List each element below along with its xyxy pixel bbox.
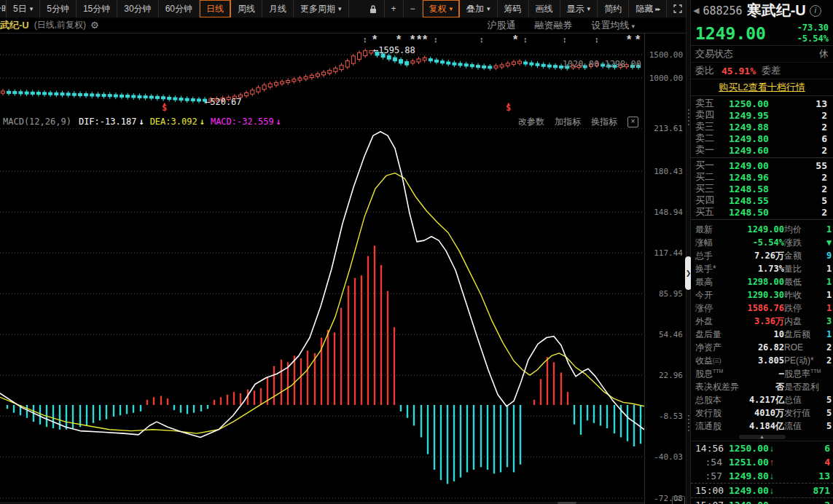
ask-row[interactable]: 卖五1250.0013 bbox=[691, 98, 833, 109]
stats-scroll-handle[interactable]: ▲ bbox=[739, 435, 786, 439]
toolbar-button-left-5[interactable]: 60分钟 bbox=[159, 0, 200, 17]
price-range-label: 1020.00-1298.00 bbox=[563, 59, 641, 69]
price-annotation: ←1595.88 bbox=[373, 45, 415, 55]
ask-row[interactable]: 卖四1249.952 bbox=[691, 109, 833, 121]
tick-volume: 4 bbox=[824, 457, 830, 468]
trade-status-value: 休 bbox=[819, 47, 829, 60]
stat-value: 3.805 bbox=[740, 355, 784, 366]
toolbar-button-right-4[interactable]: 叠加▾ bbox=[460, 0, 498, 17]
toolbar-button-right-3[interactable]: 复权▾ bbox=[423, 0, 461, 17]
gear-icon[interactable]: ⚙ bbox=[90, 20, 99, 31]
link-hugutong[interactable]: 沪股通 bbox=[487, 19, 515, 32]
quote-header: ◀ 688256 寒武纪-U i bbox=[691, 0, 833, 21]
toolbar-button-right-8[interactable]: 简约 bbox=[598, 0, 629, 17]
info-icon[interactable]: i bbox=[810, 5, 821, 17]
stat-value: 1240. bbox=[826, 277, 832, 287]
toolbar-button-left-1[interactable]: 5日▾ bbox=[7, 0, 40, 17]
stat-value: 7.26万 bbox=[740, 250, 784, 262]
add-indicator-link[interactable]: 加指标 bbox=[555, 116, 581, 128]
panel-splitter[interactable]: ❯ bbox=[686, 0, 691, 504]
link-margin-trading[interactable]: 融资融券 bbox=[534, 19, 572, 32]
order-book: 卖五1250.0013卖四1249.952卖三1249.882卖二1249.80… bbox=[691, 96, 833, 220]
ask-row[interactable]: 卖二1249.806 bbox=[691, 133, 833, 144]
macd-chart[interactable] bbox=[0, 128, 644, 504]
stat-value: 25.2 bbox=[826, 342, 832, 353]
toolbar-button-left-3[interactable]: 15分钟 bbox=[77, 0, 117, 17]
macd-dif-value: DIF:-13.187↓ bbox=[79, 117, 144, 127]
bid-row[interactable]: 买四1248.555 bbox=[691, 194, 833, 206]
event-arrows-marker: ↕ bbox=[480, 35, 484, 44]
switch-indicator-link[interactable]: 换指标 bbox=[591, 116, 617, 128]
toolbar-button-right-6[interactable]: 画线 bbox=[529, 0, 560, 17]
stat-label: 总股本 bbox=[695, 394, 740, 406]
toolbar-button-right-5[interactable]: 筹码 bbox=[498, 0, 529, 17]
stat-label: 跌停 bbox=[784, 302, 826, 315]
back-arrow-icon[interactable]: ◀ bbox=[693, 6, 699, 15]
bid-price: 1248.55 bbox=[729, 195, 769, 206]
tick-row[interactable]: 15:071249.002 bbox=[691, 498, 833, 504]
macd-axis-label: 213.61 bbox=[654, 124, 683, 133]
tick-time: 14:56 bbox=[695, 443, 722, 454]
tick-time: 15:00 bbox=[695, 485, 722, 496]
price-axis-column: 1500.001000.00213.61180.43148.94117.4485… bbox=[644, 33, 687, 504]
down-arrow-icon: ↓ bbox=[770, 486, 774, 496]
toolbar-button-right-7[interactable]: 显示▾ bbox=[560, 0, 598, 17]
macd-axis-label: 180.43 bbox=[654, 167, 683, 176]
toolbar-button-left-9[interactable]: 更多周期▾ bbox=[294, 0, 349, 17]
macd-axis-label: 117.44 bbox=[654, 248, 683, 258]
toolbar-button-left-7[interactable]: 周线 bbox=[231, 0, 262, 17]
splitter-grip bbox=[688, 415, 689, 431]
bid-price: 1248.50 bbox=[729, 207, 769, 218]
toolbar-button-left-4[interactable]: 30分钟 bbox=[117, 0, 158, 17]
weicha-label: 委差 bbox=[762, 64, 781, 77]
tick-row[interactable]: :541251.00↑4 bbox=[691, 455, 833, 469]
link-ma-settings[interactable]: 设置均线▾ bbox=[591, 19, 635, 32]
mini-candlestick-chart[interactable]: ↕*****↕↕*↕↕↕**←1595.88←520.67▲$▲$1020.00… bbox=[0, 33, 644, 115]
bid-row[interactable]: 买五1248.502 bbox=[691, 206, 833, 218]
ask-row[interactable]: 卖一1249.602 bbox=[691, 144, 833, 156]
l2-row: 购买L2查看十档行情 bbox=[691, 79, 833, 95]
toolbar-button-left-8[interactable]: 月线 bbox=[262, 0, 294, 17]
bid-price: 1248.58 bbox=[729, 184, 769, 194]
toolbar-button-left-6[interactable]: 日线 bbox=[200, 0, 231, 17]
toolbar-button-right-9[interactable]: 隐藏▸▸ bbox=[629, 0, 667, 17]
macd-header: MACD(12,26,9) DIF:-13.187↓ DEA:3.092↓ MA… bbox=[0, 115, 644, 128]
stat-label: 内盘 bbox=[784, 315, 826, 328]
stat-label: 流值 bbox=[784, 420, 826, 433]
bid-row[interactable]: 买二1248.962 bbox=[691, 171, 833, 183]
toolbar-button-left-0[interactable]: 分时 bbox=[0, 0, 7, 17]
mini-axis-label: 1500.00 bbox=[649, 50, 683, 60]
bid-row[interactable]: 买三1248.582 bbox=[691, 183, 833, 194]
chevron-down-icon: ▾ bbox=[631, 23, 635, 30]
tick-row[interactable]: 14:561250.00↓6 bbox=[691, 441, 833, 455]
signal-dollar-marker: ▲$ bbox=[506, 101, 511, 111]
macd-axis-label: -40.03 bbox=[654, 452, 683, 462]
stat-value: 1322. bbox=[826, 290, 832, 300]
tick-row[interactable]: 15:001249.00↓8713 bbox=[691, 484, 833, 498]
toolbar-button-left-2[interactable]: 5分钟 bbox=[40, 0, 77, 17]
chart-corner-button[interactable] bbox=[672, 496, 685, 504]
stat-value: 10 bbox=[740, 329, 784, 339]
buy-l2-link[interactable]: 购买L2查看十档行情 bbox=[719, 81, 805, 94]
chart-period-info: (日线,前复权) bbox=[34, 19, 86, 31]
ask-price: 1249.88 bbox=[729, 122, 769, 133]
tick-time: :57 bbox=[695, 470, 722, 481]
bid-row[interactable]: 买一1249.0055 bbox=[691, 160, 833, 171]
stat-value: 4.217亿 bbox=[740, 394, 784, 406]
down-arrow-icon: ↓ bbox=[770, 444, 774, 454]
tick-row[interactable]: :571249.80↓13 bbox=[691, 469, 833, 484]
ask-row[interactable]: 卖三1249.882 bbox=[691, 121, 833, 133]
toolbar-button-right-2[interactable]: − bbox=[404, 0, 423, 17]
stat-value: 1586.76 bbox=[740, 303, 784, 313]
stat-label: 流通股 bbox=[695, 420, 740, 433]
toolbar-spacer bbox=[349, 0, 362, 17]
lock-icon[interactable] bbox=[362, 0, 385, 17]
change-params-link[interactable]: 改参数 bbox=[518, 116, 544, 128]
bid-qty: 2 bbox=[821, 184, 827, 194]
event-arrows-marker: ↕ bbox=[523, 35, 528, 44]
ask-qty: 2 bbox=[821, 122, 827, 133]
stat-row: 股息TTM—股息率TTM bbox=[691, 367, 833, 380]
close-icon[interactable]: × bbox=[627, 117, 638, 127]
toolbar-button-right-1[interactable]: + bbox=[385, 0, 404, 17]
stock-code: 688256 bbox=[703, 4, 742, 17]
